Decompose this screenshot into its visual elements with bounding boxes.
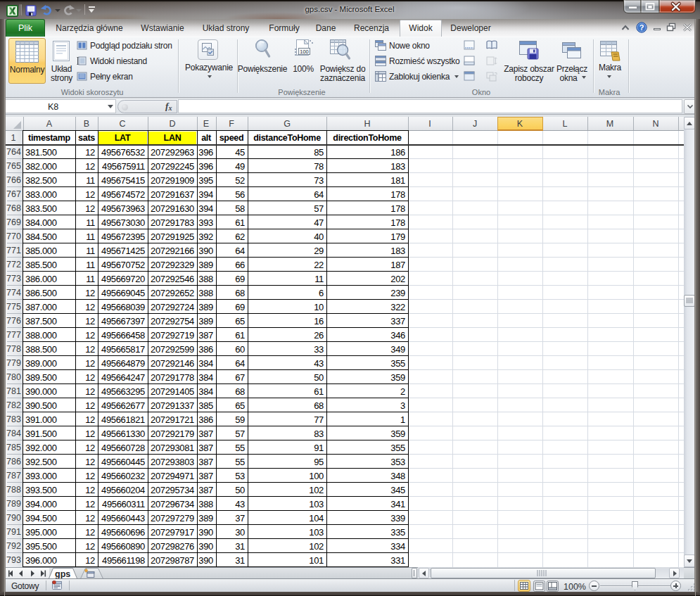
svg-text:?: ? [639,23,644,32]
svg-text:100: 100 [300,49,309,55]
